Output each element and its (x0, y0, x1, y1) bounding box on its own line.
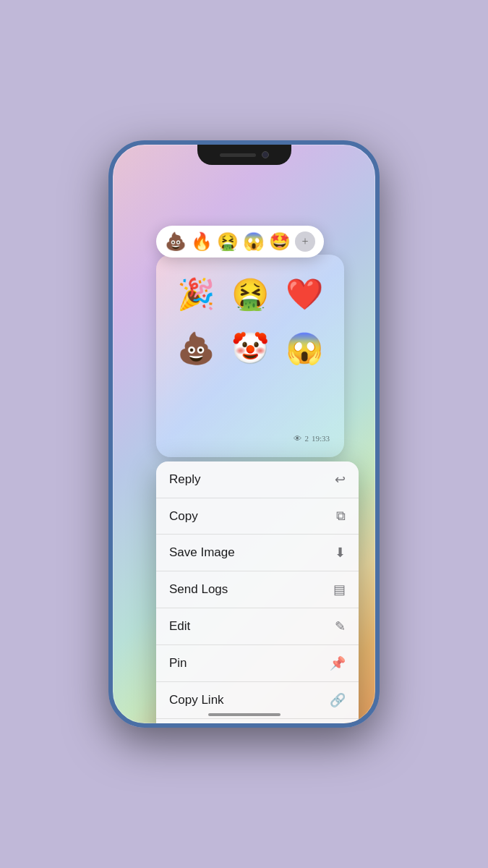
message-time: 👁 2 19:33 (171, 434, 330, 443)
views-icon: 👁 (294, 434, 301, 443)
view-count: 2 (304, 434, 309, 443)
save-image-icon: ⬇ (335, 545, 346, 561)
more-reactions-button[interactable]: + (295, 231, 315, 252)
camera (262, 151, 269, 158)
message-bubble: 🎉 🤮 ❤️ 💩 🤡 😱 👁 2 19:33 (156, 255, 344, 457)
reaction-scream[interactable]: 😱 (243, 231, 265, 252)
emoji-party: 🎉 (177, 279, 215, 310)
menu-label-send-logs: Send Logs (169, 582, 228, 597)
reaction-vomit[interactable]: 🤮 (217, 231, 239, 252)
pin-icon: 📌 (330, 655, 346, 671)
context-menu: Reply ↩ Copy ⧉ Save Image ⬇ Send Logs ▤ … (156, 461, 359, 728)
emoji-vomit: 🤮 (231, 279, 269, 310)
phone-frame: 💩 🔥 🤮 😱 🤩 + 🎉 🤮 ❤️ 💩 🤡 😱 👁 (108, 140, 380, 728)
timestamp: 19:33 (312, 434, 330, 443)
menu-label-save-image: Save Image (169, 545, 235, 560)
menu-label-reply: Reply (169, 472, 200, 487)
menu-item-send-logs[interactable]: Send Logs ▤ (156, 571, 359, 608)
plus-icon: + (301, 235, 308, 248)
reply-icon: ↩ (335, 472, 346, 488)
emoji-clown: 🤡 (231, 333, 269, 364)
screen-content: 💩 🔥 🤮 😱 🤩 + 🎉 🤮 ❤️ 💩 🤡 😱 👁 (113, 145, 375, 723)
menu-label-copy: Copy (169, 509, 198, 524)
menu-item-forward[interactable]: Forward ↪ (156, 719, 359, 728)
emoji-heart: ❤️ (286, 279, 323, 310)
power-button (378, 260, 380, 311)
mute-button (108, 231, 110, 257)
reaction-poop[interactable]: 💩 (165, 231, 187, 252)
emoji-scream: 😱 (286, 333, 323, 364)
volume-down-button (108, 322, 110, 362)
emoji-reaction-bar[interactable]: 💩 🔥 🤮 😱 🤩 + (156, 226, 324, 258)
menu-item-copy[interactable]: Copy ⧉ (156, 498, 359, 535)
reaction-star-eyes[interactable]: 🤩 (269, 231, 291, 252)
notch (197, 145, 291, 165)
menu-item-save-image[interactable]: Save Image ⬇ (156, 535, 359, 571)
home-indicator (208, 713, 281, 716)
menu-item-pin[interactable]: Pin 📌 (156, 645, 359, 682)
send-logs-icon: ▤ (333, 582, 346, 597)
reaction-fire[interactable]: 🔥 (191, 231, 213, 252)
emoji-grid: 🎉 🤮 ❤️ 💩 🤡 😱 (171, 269, 330, 428)
menu-label-pin: Pin (169, 656, 187, 671)
menu-label-copy-link: Copy Link (169, 693, 224, 707)
speaker (220, 153, 256, 157)
copy-icon: ⧉ (336, 509, 346, 524)
menu-label-edit: Edit (169, 619, 190, 634)
volume-up-button (108, 271, 110, 311)
emoji-poop: 💩 (177, 333, 215, 364)
menu-item-edit[interactable]: Edit ✎ (156, 608, 359, 645)
menu-item-reply[interactable]: Reply ↩ (156, 461, 359, 498)
edit-icon: ✎ (335, 618, 346, 634)
copy-link-icon: 🔗 (330, 692, 346, 708)
